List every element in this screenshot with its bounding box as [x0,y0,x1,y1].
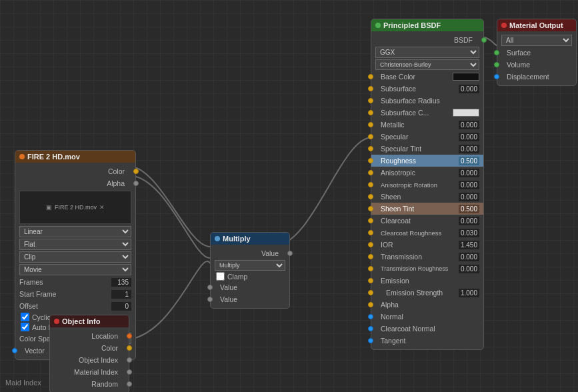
base-color-socket[interactable] [368,74,373,79]
value-input2-socket[interactable] [207,297,213,302]
multiply-output-socket[interactable] [287,251,293,256]
sheen-tint-socket[interactable] [368,206,373,211]
subsurface-color-socket[interactable] [368,110,373,115]
output-color-socket[interactable] [133,169,139,174]
multiply-title: Multiply [223,235,251,243]
base-color-swatch[interactable] [453,73,479,81]
alpha-label: Alpha [375,301,479,309]
value-input1-row: Value [211,281,289,293]
volume-socket[interactable] [494,62,499,67]
projection-select[interactable]: Clip [19,251,131,263]
transmission-roughness-socket[interactable] [368,266,373,271]
sheen-value[interactable]: 0.000 [459,193,479,201]
roughness-value[interactable]: 0.500 [459,157,479,165]
multiply-operation-row[interactable]: Multiply [211,259,289,271]
multiply-header: Multiply [211,233,289,245]
projection-row[interactable]: Clip [15,251,135,263]
material-output-title: Material Output [509,21,563,29]
ior-socket[interactable] [368,242,373,247]
clearcoat-value[interactable]: 0.000 [459,217,479,225]
extension-row[interactable]: Flat [15,238,135,251]
object-index-socket[interactable] [127,357,132,363]
subsurface-method-row[interactable]: Christensen-Burley [371,59,483,71]
material-output-node[interactable]: Material Output All Surface Volume Displ… [497,19,577,86]
cyclic-checkbox[interactable] [21,313,29,321]
principled-dot [375,23,381,28]
multiply-node[interactable]: Multiply Value Multiply Clamp Value Valu… [210,232,290,309]
specular-tint-row: Specular Tint 0.000 [371,143,483,155]
material-index-socket[interactable] [127,369,132,375]
subsurface-socket[interactable] [368,86,373,91]
tangent-socket[interactable] [368,338,373,343]
offset-value[interactable]: 0 [111,302,131,311]
clearcoat-roughness-value[interactable]: 0.030 [459,229,479,237]
vector-input-socket[interactable] [12,348,17,353]
sheen-row: Sheen 0.000 [371,191,483,203]
obj-color-socket[interactable] [127,345,132,351]
specular-socket[interactable] [368,134,373,139]
alpha-socket[interactable] [368,302,373,307]
bsdf-output-socket[interactable] [481,37,487,43]
clearcoat-roughness-socket[interactable] [368,230,373,235]
anisotropic-rotation-value[interactable]: 0.000 [459,181,479,189]
sheen-socket[interactable] [368,194,373,199]
interpolation-row[interactable]: Linear [15,225,135,238]
emission-socket[interactable] [368,278,373,283]
random-socket[interactable] [127,381,132,387]
start-frame-value[interactable]: 1 [111,290,131,299]
source-select[interactable]: Movie [19,264,131,275]
vector-label: Vector [19,347,45,355]
output-alpha-socket[interactable] [133,181,139,186]
distribution-row[interactable]: GGX [371,46,483,59]
frames-label: Frames [19,278,111,286]
ior-value[interactable]: 1.450 [459,241,479,249]
normal-row: Normal [371,311,483,323]
sheen-tint-value[interactable]: 0.500 [459,205,479,213]
multiply-operation-select[interactable]: Multiply [215,260,285,271]
roughness-socket[interactable] [368,158,373,163]
close-icon[interactable]: ✕ [99,204,105,211]
value-input1-socket[interactable] [207,285,213,290]
roughness-label: Roughness [375,157,459,165]
principled-bsdf-node[interactable]: Principled BSDF BSDF GGX Christensen-Bur… [371,19,484,350]
anisotropic-rotation-socket[interactable] [368,182,373,187]
transmission-socket[interactable] [368,254,373,259]
extension-select[interactable]: Flat [19,239,131,250]
specular-tint-value[interactable]: 0.000 [459,145,479,153]
frames-value[interactable]: 135 [111,278,131,287]
emission-strength-socket[interactable] [368,290,373,295]
emission-strength-value[interactable]: 1.000 [459,289,479,297]
target-select[interactable]: All [501,35,572,46]
specular-tint-socket[interactable] [368,146,373,151]
clearcoat-normal-socket[interactable] [368,326,373,331]
transmission-roughness-value[interactable]: 0.000 [459,265,479,273]
subsurface-method-select[interactable]: Christensen-Burley [375,59,479,70]
displacement-socket[interactable] [494,74,499,79]
target-row[interactable]: All [497,34,576,47]
object-info-node[interactable]: Object Info Location Color Object Index … [49,315,129,392]
anisotropic-value[interactable]: 0.000 [459,169,479,177]
specular-value[interactable]: 0.000 [459,133,479,141]
interpolation-select[interactable]: Linear [19,226,131,237]
source-row[interactable]: Movie [15,263,135,276]
subsurface-radius-socket[interactable] [368,98,373,103]
material-output-header: Material Output [497,19,576,31]
surface-socket[interactable] [494,50,499,55]
value-input1-label: Value [215,283,237,291]
auto-refresh-checkbox[interactable] [21,323,29,331]
subsurface-radius-label: Subsurface Radius [375,97,479,105]
transmission-value[interactable]: 0.000 [459,253,479,261]
metallic-value[interactable]: 0.000 [459,121,479,129]
clearcoat-socket[interactable] [368,218,373,223]
distribution-select[interactable]: GGX [375,47,479,58]
metallic-socket[interactable] [368,122,373,127]
principled-bsdf-header: Principled BSDF [371,19,483,31]
anisotropic-socket[interactable] [368,170,373,175]
subsurface-value[interactable]: 0.000 [459,85,479,93]
random-label: Random [54,380,125,388]
subsurface-color-swatch[interactable] [453,109,479,117]
clamp-checkbox[interactable] [216,272,225,281]
normal-socket[interactable] [368,314,373,319]
location-socket[interactable] [127,333,132,339]
clamp-row[interactable]: Clamp [211,271,289,281]
